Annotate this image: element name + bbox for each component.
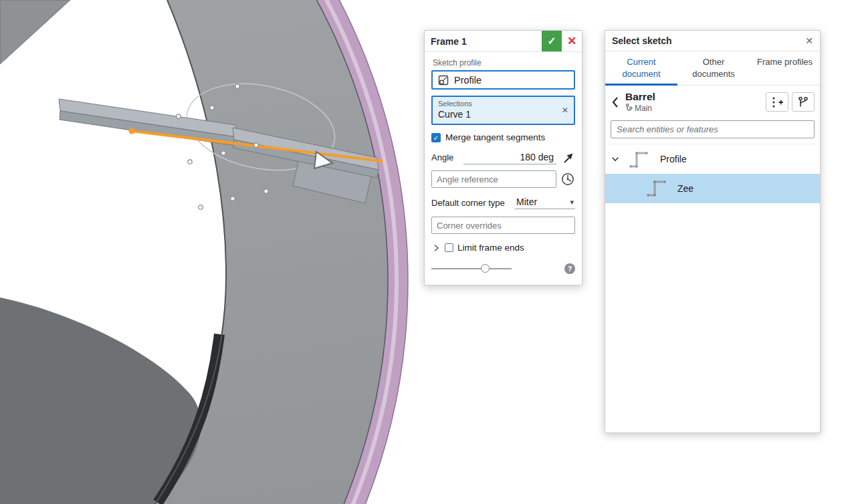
profile-field-value: Profile — [454, 75, 481, 86]
close-icon: ✕ — [567, 34, 576, 48]
document-header-row: Barrel Main — [605, 86, 820, 118]
curve-endpoint-right[interactable] — [380, 160, 383, 163]
sketch-profile-label: Sketch profile — [433, 58, 574, 68]
chevron-down-icon: ▾ — [570, 198, 574, 207]
help-icon[interactable]: ? — [564, 263, 575, 274]
corner-type-label: Default corner type — [431, 198, 505, 208]
check-icon: ✓ — [547, 35, 556, 47]
list-item-label: Profile — [660, 154, 687, 164]
select-sketch-dialog: Select sketch ✕ Current document Other d… — [605, 30, 821, 433]
frame-dialog-title: Frame 1 — [425, 31, 542, 51]
select-sketch-title: Select sketch — [612, 35, 805, 46]
mate-connector-icon[interactable] — [560, 172, 575, 186]
list-item-profile[interactable]: Profile — [605, 144, 820, 174]
chevron-right-icon — [431, 243, 441, 253]
detail-slider[interactable] — [431, 264, 512, 273]
tab-bar: Current document Other documents Frame p… — [605, 51, 820, 86]
limit-frame-ends-checkbox[interactable] — [445, 243, 453, 252]
tab-other-documents[interactable]: Other documents — [677, 51, 750, 85]
cancel-button[interactable]: ✕ — [562, 31, 582, 51]
sketch-thumbnail-icon — [625, 147, 652, 171]
insert-item-button[interactable] — [766, 92, 788, 112]
merge-tangent-label: Merge tangent segments — [445, 132, 545, 142]
versions-branch-icon — [796, 96, 810, 109]
tab-current-document[interactable]: Current document — [605, 51, 677, 85]
selections-field[interactable]: Selections Curve 1 ✕ — [431, 96, 575, 125]
limit-frame-ends-label: Limit frame ends — [457, 243, 524, 253]
app-window: Frame 1 ✓ ✕ Sketch profile Profile Selec… — [0, 0, 856, 504]
curve-endpoint-left[interactable] — [129, 128, 135, 134]
versions-button[interactable] — [792, 92, 815, 112]
angle-label: Angle — [431, 152, 463, 162]
accept-button[interactable]: ✓ — [542, 31, 562, 51]
corner-type-row: Default corner type Miter ▾ — [431, 196, 575, 209]
back-chevron-icon[interactable] — [611, 96, 620, 109]
list-item-label: Zee — [677, 183, 693, 194]
frame-feature-dialog: Frame 1 ✓ ✕ Sketch profile Profile Selec… — [424, 30, 582, 285]
limit-frame-ends-row: Limit frame ends — [431, 243, 575, 253]
workspace-row: Main — [625, 104, 655, 113]
document-actions — [766, 92, 815, 112]
profile-field[interactable]: Profile — [431, 70, 575, 90]
sketch-profile-icon — [437, 74, 449, 86]
corner-overrides-input[interactable] — [431, 217, 575, 234]
branch-icon — [625, 104, 633, 113]
angle-row: Angle — [431, 150, 575, 164]
corner-type-value: Miter — [516, 197, 570, 207]
merge-tangent-checkbox[interactable]: ✓ — [431, 133, 441, 142]
flip-direction-button[interactable] — [562, 151, 575, 164]
close-icon[interactable]: ✕ — [805, 35, 813, 46]
help-glyph: ? — [568, 265, 572, 273]
search-row — [605, 118, 820, 144]
search-input[interactable] — [611, 120, 815, 138]
selection-value: Curve 1 — [438, 109, 568, 120]
angle-reference-row — [431, 170, 575, 188]
angle-input[interactable] — [463, 150, 556, 164]
check-icon: ✓ — [433, 134, 439, 142]
chevron-down-icon[interactable] — [611, 154, 620, 164]
angle-reference-input[interactable] — [431, 170, 556, 188]
select-sketch-header: Select sketch ✕ — [605, 31, 820, 51]
corner-type-select[interactable]: Miter ▾ — [515, 196, 575, 209]
selections-label: Selections — [438, 100, 568, 108]
expand-section-button[interactable] — [431, 243, 441, 253]
list-item-zee-selected[interactable]: Zee — [605, 174, 820, 203]
list-add-icon — [770, 96, 784, 109]
dialog-footer-row: ? — [431, 263, 575, 274]
document-name: Barrel — [625, 91, 655, 103]
flip-arrow-icon — [562, 151, 575, 164]
merge-tangent-row: ✓ Merge tangent segments — [431, 132, 575, 142]
slider-handle[interactable] — [481, 264, 490, 273]
clear-selection-icon[interactable]: ✕ — [562, 106, 568, 115]
slider-track — [431, 268, 512, 269]
sketch-thumbnail-icon — [643, 176, 669, 201]
tab-frame-profiles[interactable]: Frame profiles — [750, 51, 820, 85]
workspace-name: Main — [635, 104, 652, 113]
frame-dialog-header: Frame 1 ✓ ✕ — [425, 31, 582, 52]
corner-overrides-row — [431, 217, 575, 234]
document-info: Barrel Main — [625, 91, 655, 113]
